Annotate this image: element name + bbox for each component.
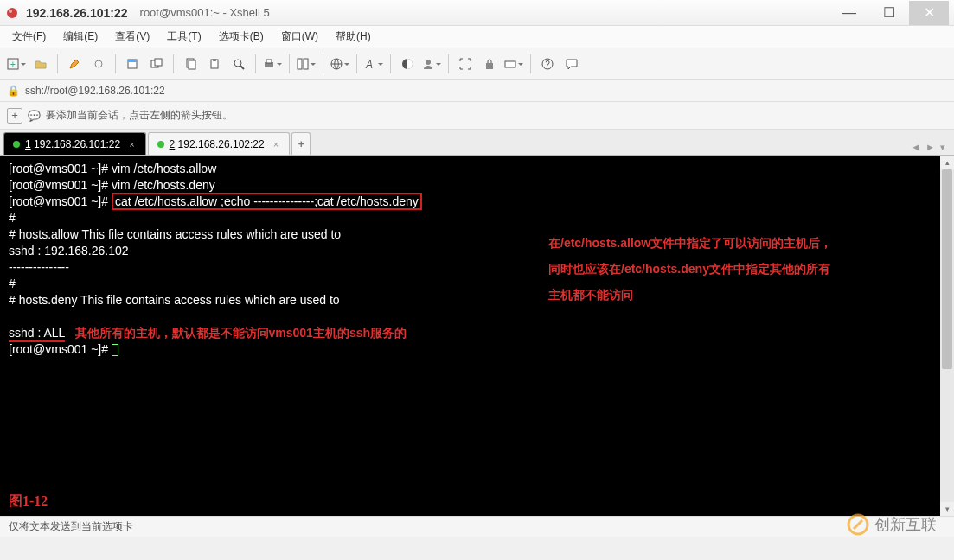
fullscreen-icon[interactable] xyxy=(454,53,477,75)
highlighted-command: cat /etc/hosts.allow ;echo -------------… xyxy=(112,193,422,210)
properties-icon[interactable] xyxy=(121,53,144,75)
toolbar: + A ? xyxy=(0,48,954,80)
session-hint-bar: + 💬 要添加当前会话，点击左侧的箭头按钮。 xyxy=(0,102,954,130)
keyboard-icon[interactable] xyxy=(503,53,525,75)
tab-add-button[interactable]: + xyxy=(291,132,311,155)
status-dot-icon xyxy=(157,141,164,148)
toolbar-separator xyxy=(390,54,391,73)
chat-icon[interactable] xyxy=(560,53,583,75)
title-host: 192.168.26.101:22 xyxy=(26,6,128,20)
close-button[interactable]: ✕ xyxy=(909,1,949,25)
svg-text:+: + xyxy=(10,60,16,69)
menu-view[interactable]: 查看(V) xyxy=(108,28,157,46)
sessions-icon[interactable] xyxy=(145,53,168,75)
svg-text:A: A xyxy=(365,59,373,70)
status-text: 仅将文本发送到当前选项卡 xyxy=(9,519,133,534)
address-url[interactable]: ssh://root@192.168.26.101:22 xyxy=(25,85,165,97)
svg-rect-22 xyxy=(486,63,493,69)
svg-point-1 xyxy=(9,10,12,13)
maximize-button[interactable]: ☐ xyxy=(869,1,909,25)
svg-rect-23 xyxy=(505,61,515,67)
menu-help[interactable]: 帮助(H) xyxy=(329,28,378,46)
toolbar-separator xyxy=(173,54,174,73)
menu-edit[interactable]: 编辑(E) xyxy=(56,28,105,46)
annotation-right: 在/etc/hosts.allow文件中指定了可以访问的主机后， 同时也应该在/… xyxy=(548,230,832,308)
address-bar: 🔒 ssh://root@192.168.26.101:22 xyxy=(0,80,954,102)
menu-file[interactable]: 文件(F) xyxy=(5,28,53,46)
scroll-down-icon[interactable]: ▾ xyxy=(945,502,950,516)
title-sub: root@vms001:~ - Xshell 5 xyxy=(140,6,270,19)
toolbar-separator xyxy=(57,54,58,73)
add-session-button[interactable]: + xyxy=(7,108,22,124)
user-icon[interactable] xyxy=(420,53,443,75)
svg-text:?: ? xyxy=(545,60,550,69)
terminal-output[interactable]: [root@vms001 ~]# vim /etc/hosts.allow [r… xyxy=(0,156,954,516)
status-dot-icon xyxy=(13,141,20,148)
scroll-up-icon[interactable]: ▴ xyxy=(945,156,950,169)
toolbar-separator xyxy=(255,54,256,73)
svg-rect-16 xyxy=(298,59,302,69)
watermark: 创新互联 xyxy=(847,513,937,536)
find-icon[interactable] xyxy=(227,53,250,75)
color-icon[interactable] xyxy=(396,53,419,75)
app-icon xyxy=(5,6,19,20)
lock-small-icon: 🔒 xyxy=(7,85,20,97)
svg-rect-5 xyxy=(128,60,137,62)
open-icon[interactable] xyxy=(29,53,52,75)
scroll-thumb[interactable] xyxy=(942,169,952,369)
figure-label: 图1-12 xyxy=(9,493,48,509)
window-titlebar: 192.168.26.101:22 root@vms001:~ - Xshell… xyxy=(0,0,954,26)
annotation-inline: 其他所有的主机，默认都是不能访问vms001主机的ssh服务的 xyxy=(75,326,407,340)
toolbar-separator xyxy=(289,54,290,73)
svg-rect-15 xyxy=(266,60,272,63)
toolbar-separator xyxy=(448,54,449,73)
svg-point-12 xyxy=(234,60,241,67)
tab-close-icon[interactable]: × xyxy=(129,139,134,150)
tab-menu-icon[interactable]: ▾ xyxy=(938,140,947,155)
layout-icon[interactable] xyxy=(295,53,317,75)
toolbar-separator xyxy=(356,54,357,73)
svg-rect-7 xyxy=(155,59,162,66)
font-icon[interactable]: A xyxy=(362,53,385,75)
svg-point-0 xyxy=(7,8,17,18)
toolbar-separator xyxy=(530,54,531,73)
copy-icon[interactable] xyxy=(179,53,202,75)
lock-icon[interactable] xyxy=(478,53,501,75)
print-icon[interactable] xyxy=(261,53,284,75)
edit-icon[interactable] xyxy=(63,53,86,75)
terminal-scrollbar[interactable]: ▴ ▾ xyxy=(940,156,954,516)
svg-point-21 xyxy=(426,60,431,65)
menu-window[interactable]: 窗口(W) xyxy=(274,28,325,46)
tab-session-2[interactable]: 2 192.168.26.102:22 × xyxy=(148,132,291,155)
minimize-button[interactable]: — xyxy=(829,1,869,25)
new-session-icon[interactable]: + xyxy=(5,53,28,75)
svg-rect-9 xyxy=(189,60,195,69)
tab-close-icon[interactable]: × xyxy=(273,139,279,150)
hint-icon: 💬 xyxy=(28,110,41,122)
menu-tools[interactable]: 工具(T) xyxy=(160,28,208,46)
paste-icon[interactable] xyxy=(203,53,226,75)
svg-line-13 xyxy=(240,66,244,69)
svg-rect-17 xyxy=(304,59,308,69)
toolbar-separator xyxy=(323,54,323,73)
menu-tabs[interactable]: 选项卡(B) xyxy=(212,28,271,46)
toolbar-separator xyxy=(115,54,116,73)
status-bar: 仅将文本发送到当前选项卡 xyxy=(0,516,954,537)
hint-text: 要添加当前会话，点击左侧的箭头按钮。 xyxy=(46,108,233,123)
tab-next-icon[interactable]: ► xyxy=(924,140,937,155)
tab-strip: 1 192.168.26.101:22 × 2 192.168.26.102:2… xyxy=(0,130,954,156)
help-icon[interactable]: ? xyxy=(536,53,559,75)
highlighted-rule: sshd : ALL xyxy=(9,326,65,342)
svg-rect-11 xyxy=(213,59,216,61)
terminal-cursor xyxy=(112,344,118,356)
tab-session-1[interactable]: 1 192.168.26.101:22 × xyxy=(3,132,146,155)
reconnect-icon[interactable] xyxy=(87,53,110,75)
menu-bar: 文件(F) 编辑(E) 查看(V) 工具(T) 选项卡(B) 窗口(W) 帮助(… xyxy=(0,26,954,48)
tab-prev-icon[interactable]: ◄ xyxy=(909,140,922,155)
encoding-icon[interactable] xyxy=(329,53,351,75)
